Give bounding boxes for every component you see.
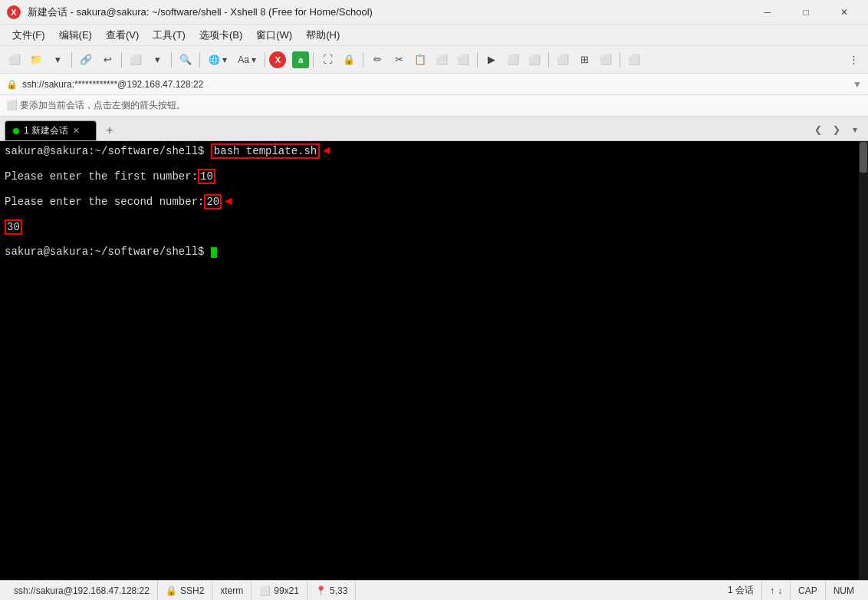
toolbar-lock[interactable]: 🔒 — [339, 50, 359, 70]
scroll-thumb[interactable] — [860, 142, 867, 173]
info-text: ⬜ 要添加当前会话，点击左侧的箭头按钮。 — [6, 99, 186, 112]
terminal-line-1: sakura@sakura:~/software/shell$ bash tem… — [5, 144, 854, 158]
menu-view[interactable]: 查看(V) — [100, 27, 145, 44]
toolbar-back[interactable]: ↩ — [97, 50, 117, 70]
toolbar-xshell-logo: X — [269, 51, 286, 68]
status-terminal-type: xterm — [212, 581, 252, 600]
tab-label: 1 新建会话 — [24, 124, 68, 137]
terminal[interactable]: sakura@sakura:~/software/shell$ bash tem… — [0, 141, 859, 580]
status-protocol-text: SSH2 — [180, 585, 204, 596]
command-highlight: bash template.sh — [211, 143, 320, 159]
toolbar-edit4[interactable]: ⬜ — [432, 50, 452, 70]
svg-text:X: X — [11, 8, 17, 17]
terminal-scrollbar[interactable] — [859, 141, 868, 580]
terminal-line-4: 30 — [5, 221, 854, 233]
menu-bar: 文件(F) 编辑(E) 查看(V) 工具(T) 选项卡(B) 窗口(W) 帮助(… — [0, 25, 868, 46]
toolbar-sep2 — [121, 52, 122, 68]
prompt-2: sakura@sakura:~/software/shell$ — [5, 246, 211, 258]
toolbar-sep10 — [620, 52, 620, 68]
toolbar-sep5 — [265, 52, 265, 68]
cursor — [211, 247, 217, 258]
status-num: NUM — [826, 581, 862, 600]
toolbar-edit3[interactable]: 📋 — [410, 50, 430, 70]
minimize-button[interactable]: ─ — [750, 4, 785, 21]
status-cap: CAP — [791, 581, 826, 600]
tab-active-dot — [13, 128, 19, 134]
tab-nav-prev[interactable]: ❮ — [810, 121, 827, 138]
window-title: 新建会话 - sakura@sakura: ~/software/shell -… — [28, 5, 750, 19]
toolbar-split1[interactable]: ⬜ — [553, 50, 573, 70]
toolbar-sep3 — [171, 52, 172, 68]
toolbar-dropdown2[interactable]: ▾ — [147, 50, 167, 70]
toolbar-split2[interactable]: ⊞ — [574, 50, 594, 70]
toolbar-edit2[interactable]: ✂ — [389, 50, 409, 70]
status-down-arrow[interactable]: ↓ — [778, 585, 782, 596]
tab-close-button[interactable]: ✕ — [73, 126, 80, 136]
toolbar-sep7 — [363, 52, 363, 68]
toolbar-globe[interactable]: 🌐 ▾ — [204, 50, 232, 70]
address-bar: 🔒 ssh://sakura:************@192.168.47.1… — [0, 74, 868, 95]
status-num-text: NUM — [833, 585, 854, 596]
menu-edit[interactable]: 编辑(E) — [53, 27, 98, 44]
status-protocol: 🔒 SSH2 — [158, 581, 212, 600]
address-text: ssh://sakura:************@192.168.47.128… — [22, 79, 848, 90]
toolbar-font[interactable]: Aa ▾ — [233, 50, 261, 70]
status-bar: ssh://sakura@192.168.47.128:22 🔒 SSH2 xt… — [0, 580, 868, 600]
status-connection: ssh://sakura@192.168.47.128:22 — [6, 581, 158, 600]
maximize-button[interactable]: □ — [788, 4, 824, 21]
toolbar-sep1 — [71, 52, 72, 68]
close-button[interactable]: ✕ — [827, 4, 862, 21]
status-up-arrow[interactable]: ↑ — [770, 585, 774, 596]
toolbar-sep8 — [477, 52, 478, 68]
tab-nav-controls: ❮ ❯ ▾ — [810, 121, 863, 140]
status-size-icon: ⬜ — [259, 585, 271, 596]
menu-file[interactable]: 文件(F) — [6, 27, 51, 44]
status-position: 📍 5,33 — [307, 581, 356, 600]
info-bar: ⬜ 要添加当前会话，点击左侧的箭头按钮。 — [0, 95, 868, 117]
toolbar-dropdown1[interactable]: ▾ — [48, 50, 67, 70]
toolbar-rec2[interactable]: ⬜ — [524, 50, 544, 70]
title-bar: X 新建会话 - sakura@sakura: ~/software/shell… — [0, 0, 868, 25]
terminal-line-3: Please enter the second number:20◄ — [5, 195, 854, 209]
tab-nav-down[interactable]: ▾ — [847, 121, 863, 138]
tab-nav-next[interactable]: ❯ — [828, 121, 845, 138]
toolbar-split3[interactable]: ⬜ — [596, 50, 616, 70]
menu-tools[interactable]: 工具(T) — [146, 27, 192, 44]
toolbar-open[interactable]: 📁 — [26, 50, 46, 70]
toolbar-sep6 — [313, 52, 314, 68]
address-dropdown-icon[interactable]: ▼ — [853, 79, 862, 90]
value-highlight-2: 20 — [204, 194, 222, 209]
status-pos-icon: 📍 — [315, 585, 327, 596]
toolbar: ⬜ 📁 ▾ 🔗 ↩ ⬜ ▾ 🔍 🌐 ▾ Aa ▾ X a ⛶ 🔒 ✏ ✂ 📋 ⬜… — [0, 46, 868, 74]
toolbar-fullscreen[interactable]: ⛶ — [317, 50, 337, 70]
toolbar-overflow[interactable]: ⋮ — [843, 50, 863, 70]
toolbar-sep4 — [199, 52, 200, 68]
output-text-1: Please enter the first number: — [5, 170, 198, 183]
toolbar-new-session[interactable]: ⬜ — [5, 50, 25, 70]
terminal-line-5: sakura@sakura:~/software/shell$ — [5, 246, 854, 258]
tab-bar: 1 新建会话 ✕ + ❮ ❯ ▾ — [0, 117, 868, 141]
toolbar-link[interactable]: 🔗 — [76, 50, 96, 70]
toolbar-edit1[interactable]: ✏ — [367, 50, 387, 70]
menu-window[interactable]: 窗口(W) — [250, 27, 298, 44]
toolbar-more[interactable]: ⬜ — [624, 50, 644, 70]
toolbar-edit5[interactable]: ⬜ — [453, 50, 473, 70]
menu-tabs[interactable]: 选项卡(B) — [193, 27, 248, 44]
status-sessions-text: 1 会话 — [728, 584, 754, 597]
address-lock-icon: 🔒 — [6, 79, 18, 90]
status-cap-text: CAP — [798, 585, 817, 596]
toolbar-play[interactable]: ▶ — [482, 50, 501, 70]
tab-new-session[interactable]: 1 新建会话 ✕ — [5, 120, 97, 140]
status-arrows: ↑ ↓ — [762, 581, 791, 600]
toolbar-green-btn[interactable]: a — [292, 51, 309, 68]
status-connection-text: ssh://sakura@192.168.47.128:22 — [14, 585, 150, 596]
menu-help[interactable]: 帮助(H) — [300, 27, 346, 44]
app-logo: X — [6, 5, 21, 20]
tab-add-button[interactable]: + — [100, 120, 120, 140]
terminal-line-2: Please enter the first number:10 — [5, 170, 854, 183]
arrow-2: ◄ — [225, 195, 232, 209]
result-highlight: 30 — [5, 219, 22, 235]
toolbar-rec[interactable]: ⬜ — [503, 50, 523, 70]
toolbar-copy-session[interactable]: ⬜ — [126, 50, 146, 70]
toolbar-search[interactable]: 🔍 — [176, 50, 196, 70]
